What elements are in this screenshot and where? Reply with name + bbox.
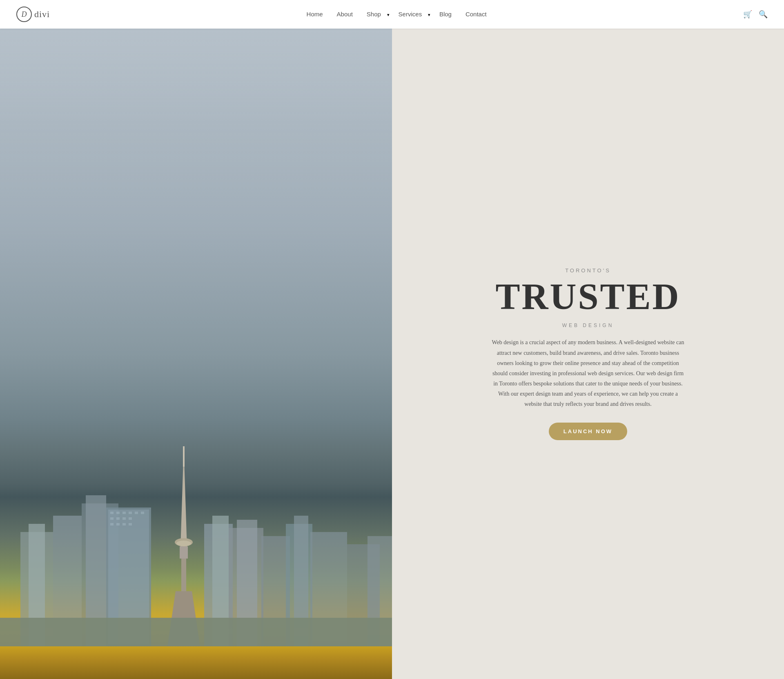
nav-link-about[interactable]: About [332, 7, 358, 21]
svg-rect-19 [122, 523, 126, 525]
nav-link-blog[interactable]: Blog [434, 7, 457, 21]
nav-item-contact[interactable]: Contact [461, 11, 492, 18]
svg-point-24 [176, 541, 191, 546]
cart-icon[interactable]: 🛒 [743, 10, 752, 19]
hero-description: Web design is a crucial aspect of any mo… [490, 337, 686, 409]
svg-rect-14 [116, 517, 120, 520]
svg-rect-11 [135, 512, 138, 514]
nav-link-shop[interactable]: Shop [362, 7, 386, 21]
svg-rect-38 [0, 618, 392, 646]
navigation: D divi HomeAboutShopServicesBlogContact … [0, 0, 784, 29]
hero-image [0, 29, 392, 679]
hero-content: TORONTO'S TRUSTED WEB DESIGN Web design … [392, 29, 784, 679]
logo-icon: D [16, 7, 32, 22]
trees-bar [0, 646, 392, 679]
svg-rect-8 [116, 512, 120, 514]
svg-rect-9 [122, 512, 126, 514]
svg-rect-7 [110, 512, 114, 514]
search-icon[interactable]: 🔍 [759, 10, 768, 19]
nav-links: HomeAboutShopServicesBlogContact [302, 11, 492, 18]
nav-item-services[interactable]: Services [394, 11, 430, 18]
nav-item-about[interactable]: About [332, 11, 358, 18]
svg-rect-20 [129, 523, 132, 525]
svg-rect-16 [129, 517, 132, 520]
svg-rect-13 [110, 517, 114, 520]
svg-rect-22 [180, 546, 188, 559]
city-photo [0, 29, 392, 679]
nav-item-home[interactable]: Home [302, 11, 328, 18]
hero-section-label: WEB DESIGN [562, 323, 614, 328]
nav-actions: 🛒 🔍 [743, 10, 768, 19]
nav-link-services[interactable]: Services [394, 7, 427, 21]
svg-rect-10 [129, 512, 132, 514]
svg-rect-12 [141, 512, 144, 514]
skyline-svg [0, 442, 392, 646]
svg-rect-18 [116, 523, 120, 525]
launch-button[interactable]: LAUNCH NOW [549, 423, 627, 440]
nav-link-contact[interactable]: Contact [461, 7, 492, 21]
svg-rect-15 [122, 517, 126, 520]
svg-rect-17 [110, 523, 114, 525]
nav-item-blog[interactable]: Blog [434, 11, 457, 18]
nav-item-shop[interactable]: Shop [362, 11, 390, 18]
svg-rect-25 [183, 446, 185, 467]
svg-rect-26 [181, 559, 186, 591]
hero-section: TORONTO'S TRUSTED WEB DESIGN Web design … [0, 29, 784, 679]
nav-link-home[interactable]: Home [302, 7, 328, 21]
logo[interactable]: D divi [16, 7, 50, 22]
hero-title: TRUSTED [495, 278, 680, 315]
logo-text: divi [34, 9, 50, 20]
hero-pre-title: TORONTO'S [565, 267, 611, 274]
